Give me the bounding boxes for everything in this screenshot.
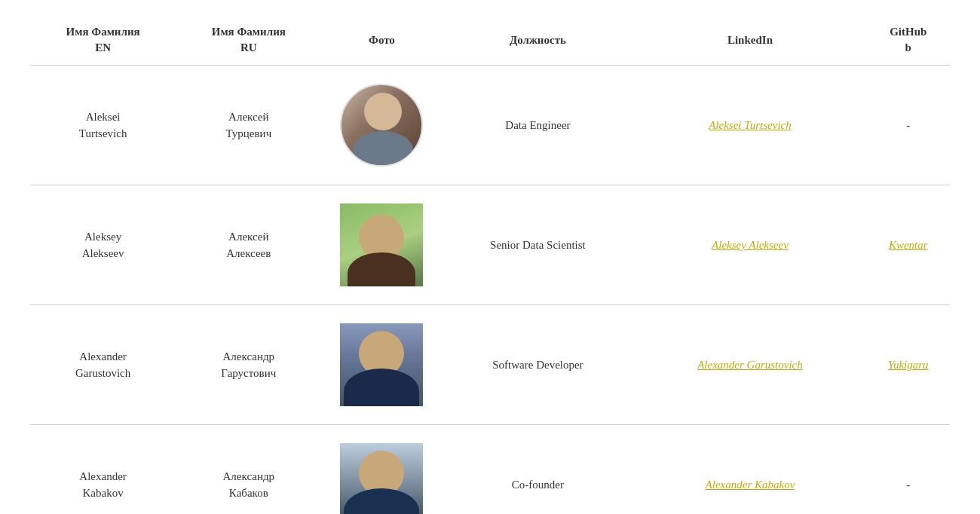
table-row: AlexanderKabakovАлександрКабаковCo-found… xyxy=(30,425,950,515)
photo-alexander-garustovich xyxy=(340,323,423,406)
github-link[interactable]: Kwentar xyxy=(889,239,928,251)
cell-role: Data Engineer xyxy=(442,66,633,185)
table-row: AlekseiTurtsevichАлексейТурцевичData Eng… xyxy=(30,66,950,185)
cell-photo xyxy=(321,66,442,185)
page-container: Имя Фамилия EN Имя Фамилия RU Фото Должн… xyxy=(0,0,980,514)
cell-github: Yukigaru xyxy=(867,305,950,425)
photo-aleksey-alekseev xyxy=(340,203,423,286)
cell-role: Co-founder xyxy=(442,425,633,515)
people-table: Имя Фамилия EN Имя Фамилия RU Фото Должн… xyxy=(30,15,950,514)
table-row: AlexanderGarustovichАлександрГарустовичS… xyxy=(30,305,950,425)
linkedin-link[interactable]: Aleksey Alekseev xyxy=(712,239,789,251)
cell-name-en: AlekseiTurtsevich xyxy=(30,66,176,185)
cell-name-ru: АлександрКабаков xyxy=(176,425,321,515)
cell-photo xyxy=(321,305,442,425)
header-github: GitHubb xyxy=(867,15,950,66)
github-empty: - xyxy=(906,119,910,131)
linkedin-link[interactable]: Alexander Garustovich xyxy=(697,359,803,371)
cell-github: - xyxy=(867,66,950,185)
cell-photo xyxy=(321,425,442,515)
cell-role: Senior Data Scientist xyxy=(442,185,633,305)
photo-alexander-kabakov xyxy=(340,443,423,514)
cell-role: Software Developer xyxy=(442,305,633,425)
linkedin-link[interactable]: Alexander Kabakov xyxy=(706,479,795,491)
cell-linkedin: Alexander Garustovich xyxy=(633,305,866,425)
cell-github: Kwentar xyxy=(867,185,950,305)
cell-name-ru: АлексейАлексеев xyxy=(176,185,321,305)
linkedin-link[interactable]: Aleksei Turtsevich xyxy=(709,119,792,131)
photo-aleksei-turtsevich xyxy=(340,84,423,167)
cell-name-ru: АлександрГарустович xyxy=(176,305,321,425)
header-role: Должность xyxy=(442,15,633,66)
header-photo: Фото xyxy=(321,15,442,66)
cell-photo xyxy=(321,185,442,305)
cell-name-ru: АлексейТурцевич xyxy=(176,66,321,185)
header-name-en: Имя Фамилия EN xyxy=(30,15,176,66)
cell-name-en: AlexanderKabakov xyxy=(30,425,176,515)
github-empty: - xyxy=(906,479,910,491)
table-header-row: Имя Фамилия EN Имя Фамилия RU Фото Должн… xyxy=(30,15,950,66)
cell-linkedin: Aleksey Alekseev xyxy=(633,185,866,305)
table-row: AlekseyAlekseevАлексейАлексеевSenior Dat… xyxy=(30,185,950,305)
header-linkedin: LinkedIn xyxy=(633,15,866,66)
header-name-ru: Имя Фамилия RU xyxy=(176,15,321,66)
cell-name-en: AlekseyAlekseev xyxy=(30,185,176,305)
cell-github: - xyxy=(867,425,950,515)
cell-linkedin: Alexander Kabakov xyxy=(633,425,866,515)
cell-linkedin: Aleksei Turtsevich xyxy=(633,66,866,185)
cell-name-en: AlexanderGarustovich xyxy=(30,305,176,425)
github-link[interactable]: Yukigaru xyxy=(888,359,929,371)
